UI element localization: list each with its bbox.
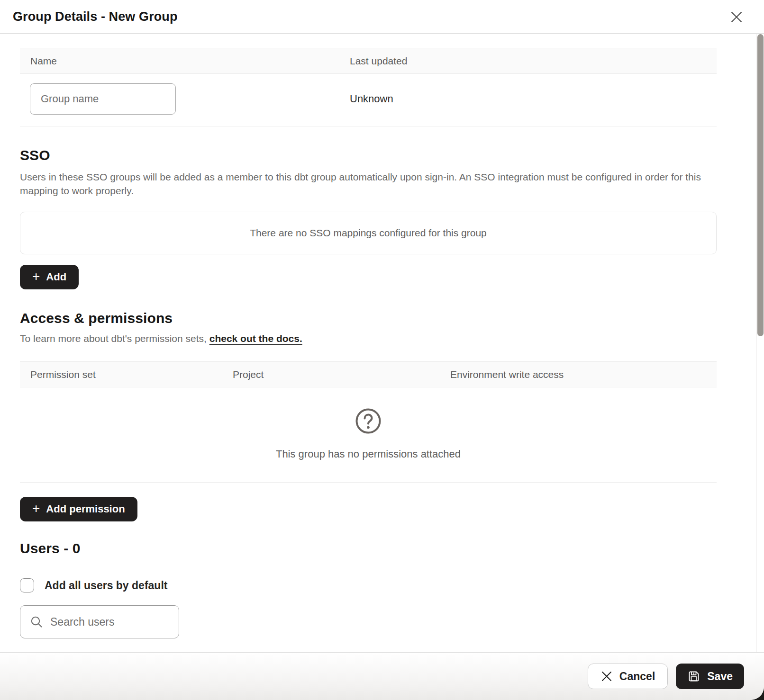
column-header-permission-set: Permission set xyxy=(20,369,222,380)
group-details-modal: Group Details - New Group Name Last upda… xyxy=(0,0,764,700)
permissions-empty-message: This group has no permissions attached xyxy=(20,448,717,460)
sso-description: Users in these SSO groups will be added … xyxy=(20,170,712,197)
search-users-input[interactable] xyxy=(50,616,191,628)
vertical-scrollbar-track[interactable] xyxy=(756,34,764,652)
add-all-users-label: Add all users by default xyxy=(45,579,167,592)
close-icon xyxy=(729,10,744,24)
vertical-scrollbar-thumb[interactable] xyxy=(757,34,764,336)
users-section: Users - 0 Add all users by default xyxy=(20,540,717,638)
plus-icon: + xyxy=(32,502,40,515)
modal-body: Name Last updated Unknown SSO Users in t… xyxy=(0,34,756,652)
permissions-empty-state: This group has no permissions attached xyxy=(20,387,717,483)
last-updated-value: Unknown xyxy=(339,93,717,105)
add-sso-mapping-button[interactable]: + Add xyxy=(20,265,79,289)
save-label: Save xyxy=(707,670,733,683)
search-icon xyxy=(30,615,43,628)
floppy-disk-icon xyxy=(687,670,700,683)
add-all-users-row: Add all users by default xyxy=(20,578,717,592)
sso-section: SSO Users in these SSO groups will be ad… xyxy=(20,147,717,289)
permissions-table: Permission set Project Environment write… xyxy=(20,361,717,483)
column-header-last-updated: Last updated xyxy=(339,55,717,67)
add-permission-label: Add permission xyxy=(46,503,125,515)
column-header-project: Project xyxy=(222,369,440,380)
group-name-table: Name Last updated Unknown xyxy=(20,48,717,126)
cancel-button[interactable]: Cancel xyxy=(588,664,668,689)
cancel-label: Cancel xyxy=(619,670,655,683)
close-button[interactable] xyxy=(728,9,745,26)
users-heading: Users - 0 xyxy=(20,540,717,556)
modal-footer: Cancel Save xyxy=(0,652,764,700)
access-permissions-heading: Access & permissions xyxy=(20,310,717,326)
column-header-name: Name xyxy=(20,55,339,67)
sso-heading: SSO xyxy=(20,147,717,163)
add-all-users-checkbox[interactable] xyxy=(20,578,34,592)
sso-empty-state: There are no SSO mappings configured for… xyxy=(20,212,717,254)
permissions-table-header-row: Permission set Project Environment write… xyxy=(20,361,717,387)
modal-title: Group Details - New Group xyxy=(13,9,178,24)
group-name-row: Unknown xyxy=(20,74,717,126)
sso-empty-message: There are no SSO mappings configured for… xyxy=(250,227,487,239)
column-header-environment-write-access: Environment write access xyxy=(440,369,717,380)
name-table-header-row: Name Last updated xyxy=(20,48,717,74)
save-button[interactable]: Save xyxy=(676,664,744,689)
add-sso-mapping-label: Add xyxy=(46,271,66,283)
group-name-input[interactable] xyxy=(30,83,176,115)
access-permissions-description: To learn more about dbt's permission set… xyxy=(20,333,717,344)
search-users-field xyxy=(20,605,179,638)
access-permissions-section: Access & permissions To learn more about… xyxy=(20,310,717,521)
docs-link[interactable]: check out the docs. xyxy=(209,333,302,344)
modal-header: Group Details - New Group xyxy=(0,0,764,34)
add-permission-button[interactable]: + Add permission xyxy=(20,497,137,521)
plus-icon: + xyxy=(32,270,40,283)
x-icon xyxy=(600,670,613,682)
question-circle-icon xyxy=(355,408,381,434)
docs-line-prefix: To learn more about dbt's permission set… xyxy=(20,333,209,344)
